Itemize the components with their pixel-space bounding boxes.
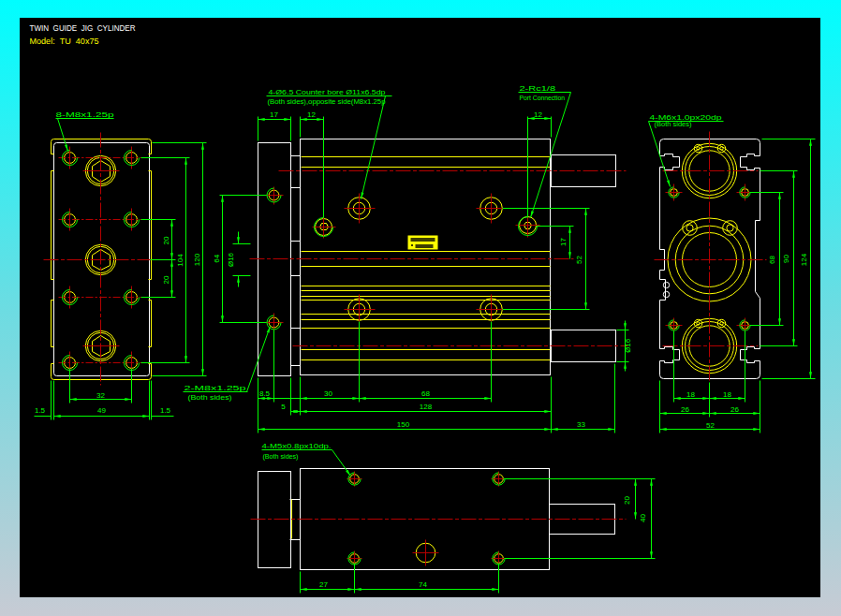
svg-text:20: 20 [623, 496, 631, 505]
svg-text:4-M5x0.8px10dp.: 4-M5x0.8px10dp. [262, 442, 332, 450]
svg-text:33: 33 [577, 420, 585, 429]
svg-text:Ø16: Ø16 [227, 252, 235, 267]
svg-text:2-Rc1/8: 2-Rc1/8 [520, 84, 556, 93]
svg-text:26: 26 [730, 405, 739, 414]
svg-text:26: 26 [681, 405, 689, 414]
svg-text:52: 52 [706, 421, 715, 430]
svg-text:1.5: 1.5 [35, 406, 46, 415]
svg-text:5: 5 [281, 403, 286, 411]
svg-text:74: 74 [419, 580, 427, 589]
svg-text:40: 40 [639, 514, 647, 522]
svg-text:90: 90 [782, 255, 790, 263]
svg-text:(Both sides): (Both sides) [188, 394, 232, 402]
svg-text:18: 18 [686, 390, 695, 399]
svg-text:68: 68 [421, 389, 430, 398]
svg-text:64: 64 [213, 254, 221, 262]
svg-text:2-M8x1.25p: 2-M8x1.25p [184, 384, 247, 392]
svg-text:17: 17 [559, 238, 568, 246]
svg-text:8-M8x1.25p: 8-M8x1.25p [56, 110, 115, 119]
svg-text:1.5: 1.5 [160, 406, 171, 415]
svg-text:150: 150 [397, 420, 410, 429]
svg-text:30: 30 [324, 389, 332, 398]
svg-text:120: 120 [193, 253, 201, 266]
svg-text:(Both sides): (Both sides) [263, 453, 299, 461]
svg-text:49: 49 [97, 406, 106, 415]
svg-text:124: 124 [800, 253, 808, 266]
svg-text:20: 20 [162, 275, 170, 284]
svg-text:68: 68 [768, 256, 776, 264]
svg-text:104: 104 [176, 254, 184, 267]
svg-text:27: 27 [319, 580, 328, 589]
svg-text:4-Ø6.5 Counter bore Ø11x6.5dp: 4-Ø6.5 Counter bore Ø11x6.5dp [269, 88, 387, 96]
svg-text:Port Connection: Port Connection [520, 95, 566, 101]
svg-text:32: 32 [96, 391, 105, 400]
svg-text:(Both sides),opposite side(M8x: (Both sides),opposite side(M8x1.25p [268, 98, 386, 106]
svg-text:12: 12 [534, 110, 542, 119]
svg-text:17: 17 [270, 110, 278, 119]
svg-text:TWIN GUIDE JIG CYLINDER: TWIN GUIDE JIG CYLINDER [30, 23, 136, 33]
svg-text:(Both sides): (Both sides) [655, 121, 692, 128]
svg-text:52: 52 [575, 256, 583, 264]
svg-text:18: 18 [723, 390, 731, 399]
svg-text:Model: TU 40x75: Model: TU 40x75 [30, 37, 99, 46]
svg-text:12: 12 [307, 110, 316, 119]
svg-text:Ø16: Ø16 [624, 338, 632, 353]
svg-text:8.5: 8.5 [259, 389, 271, 398]
svg-text:20: 20 [162, 236, 170, 244]
svg-text:128: 128 [420, 403, 433, 411]
